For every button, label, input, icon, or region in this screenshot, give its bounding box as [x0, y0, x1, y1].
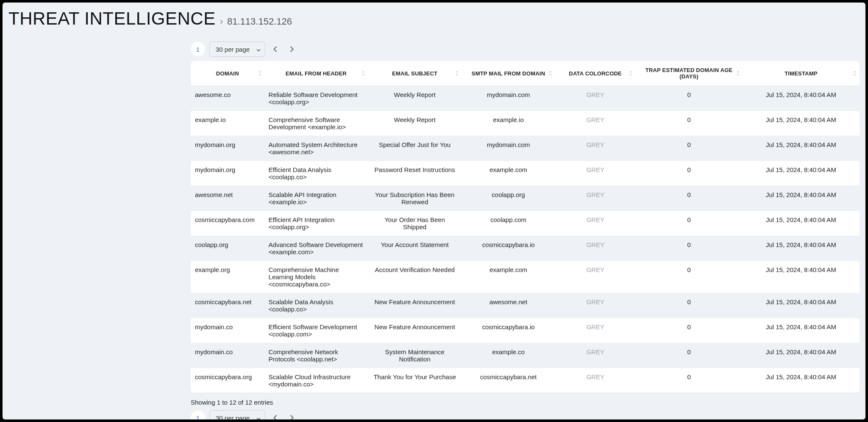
cell-from: Comprehensive Network Protocols <coolapp…: [264, 343, 368, 368]
cell-from: Scalable Cloud Infrastructure <mydomain.…: [264, 368, 368, 393]
cell-age: 0: [635, 211, 742, 236]
cell-age: 0: [635, 368, 742, 393]
next-page-button[interactable]: [286, 412, 298, 419]
col-header-smtp[interactable]: SMTP MAIL FROM DOMAIN: [462, 61, 555, 86]
cell-timestamp: Jul 15, 2024, 8:40:04 AM: [743, 236, 860, 261]
cell-smtp: example.co: [462, 343, 555, 368]
cell-smtp: awesome.net: [462, 293, 555, 318]
page-title: THREAT INTELLIGENCE: [8, 8, 216, 29]
caret-down-icon: [256, 414, 261, 420]
cell-timestamp: Jul 15, 2024, 8:40:04 AM: [743, 261, 860, 293]
col-header-timestamp[interactable]: TIMESTAMP: [743, 61, 860, 86]
cell-timestamp: Jul 15, 2024, 8:40:04 AM: [743, 161, 860, 186]
table-row: mydomain.coComprehensive Network Protoco…: [191, 343, 860, 368]
table-row: mydomain.coEfficient Software Developmen…: [191, 318, 860, 343]
cell-from: Efficient Data Analysis <coolapp.co>: [264, 161, 368, 186]
cell-age: 0: [635, 343, 742, 368]
cell-age: 0: [635, 261, 742, 293]
cell-age: 0: [635, 186, 742, 211]
cell-smtp: example.com: [462, 161, 555, 186]
cell-age: 0: [635, 86, 742, 111]
cell-smtp: mydomain.com: [462, 86, 555, 111]
cell-smtp: cosmiccapybara.net: [462, 368, 555, 393]
cell-age: 0: [635, 318, 742, 343]
cell-domain: example.org: [191, 261, 264, 293]
cell-smtp: example.io: [462, 111, 555, 136]
cell-age: 0: [635, 136, 742, 161]
page-number-1[interactable]: 1: [191, 42, 205, 56]
cell-from: Efficient API Integration <coolapp.org>: [264, 211, 368, 236]
cell-domain: awesome.co: [191, 86, 264, 111]
sort-icon: [455, 70, 459, 76]
cell-domain: example.io: [191, 111, 264, 136]
sort-icon: [629, 70, 633, 76]
cell-colorcode: GREY: [555, 261, 635, 293]
cell-colorcode: GREY: [555, 236, 635, 261]
cell-subject: Your Order Has Been Shipped: [368, 211, 462, 236]
cell-subject: Weekly Report: [368, 86, 462, 111]
cell-smtp: coolapp.com: [462, 211, 555, 236]
cell-colorcode: GREY: [555, 186, 635, 211]
cell-domain: cosmiccapybara.com: [191, 211, 264, 236]
cell-timestamp: Jul 15, 2024, 8:40:04 AM: [743, 186, 860, 211]
cell-domain: cosmiccapybara.net: [191, 293, 264, 318]
cell-timestamp: Jul 15, 2024, 8:40:04 AM: [743, 368, 860, 393]
chevron-right-icon: [289, 46, 295, 52]
cell-subject: Weekly Report: [368, 111, 462, 136]
cell-age: 0: [635, 161, 742, 186]
table-row: example.ioComprehensive Software Develop…: [191, 111, 860, 136]
cell-timestamp: Jul 15, 2024, 8:40:04 AM: [743, 211, 860, 236]
cell-colorcode: GREY: [555, 211, 635, 236]
cell-smtp: cosmiccapybara.io: [462, 318, 555, 343]
prev-page-button[interactable]: [270, 412, 281, 419]
prev-page-button[interactable]: [270, 43, 281, 55]
cell-timestamp: Jul 15, 2024, 8:40:04 AM: [743, 318, 860, 343]
cell-colorcode: GREY: [555, 318, 635, 343]
cell-smtp: coolapp.org: [462, 186, 555, 211]
caret-down-icon: [256, 46, 261, 53]
results-table: DOMAIN EMAIL FROM HEADER EMAIL SUBJECT S…: [191, 61, 860, 393]
cell-timestamp: Jul 15, 2024, 8:40:04 AM: [743, 293, 860, 318]
table-row: awesome.netScalable API Integration <exa…: [191, 186, 860, 211]
cell-from: Reliable Software Development <coolapp.o…: [264, 86, 368, 111]
cell-age: 0: [635, 111, 742, 136]
cell-age: 0: [635, 236, 742, 261]
pager-top: 1 30 per page: [191, 42, 860, 57]
cell-colorcode: GREY: [555, 293, 635, 318]
col-header-colorcode[interactable]: DATA COLORCODE: [555, 61, 635, 86]
col-header-age[interactable]: TRAP ESTIMATED DOMAIN AGE (DAYS): [635, 61, 742, 86]
cell-domain: mydomain.co: [191, 343, 264, 368]
per-page-label: 30 per page: [216, 414, 250, 420]
col-header-from[interactable]: EMAIL FROM HEADER: [264, 61, 368, 86]
next-page-button[interactable]: [286, 43, 298, 55]
cell-subject: Thank You for Your Purchase: [368, 368, 462, 393]
cell-timestamp: Jul 15, 2024, 8:40:04 AM: [743, 111, 860, 136]
table-row: cosmiccapybara.netScalable Data Analysis…: [191, 293, 860, 318]
cell-domain: mydomain.co: [191, 318, 264, 343]
page-number-1[interactable]: 1: [191, 411, 205, 419]
per-page-select[interactable]: 30 per page: [209, 42, 265, 57]
cell-subject: Special Offer Just for You: [368, 136, 462, 161]
cell-domain: mydomain.org: [191, 136, 264, 161]
cell-from: Advanced Software Development <example.c…: [264, 236, 368, 261]
sort-icon: [853, 70, 857, 76]
chevron-right-icon: [289, 415, 295, 419]
sort-icon: [258, 70, 262, 76]
col-header-domain[interactable]: DOMAIN: [191, 61, 264, 86]
cell-colorcode: GREY: [555, 368, 635, 393]
breadcrumb-separator: ›: [220, 16, 223, 27]
cell-from: Scalable API Integration <example.io>: [264, 186, 368, 211]
cell-age: 0: [635, 293, 742, 318]
per-page-select[interactable]: 30 per page: [209, 410, 265, 419]
cell-colorcode: GREY: [555, 136, 635, 161]
cell-colorcode: GREY: [555, 111, 635, 136]
cell-subject: Your Subscription Has Been Renewed: [368, 186, 462, 211]
sort-icon: [736, 70, 740, 76]
table-row: coolapp.orgAdvanced Software Development…: [191, 236, 860, 261]
cell-subject: New Feature Announcement: [368, 318, 462, 343]
entries-summary: Showing 1 to 12 of 12 entries: [191, 399, 860, 406]
cell-timestamp: Jul 15, 2024, 8:40:04 AM: [743, 343, 860, 368]
cell-from: Scalable Data Analysis <coolapp.co>: [264, 293, 368, 318]
breadcrumb-ip: 81.113.152.126: [227, 16, 292, 27]
col-header-subject[interactable]: EMAIL SUBJECT: [368, 61, 462, 86]
